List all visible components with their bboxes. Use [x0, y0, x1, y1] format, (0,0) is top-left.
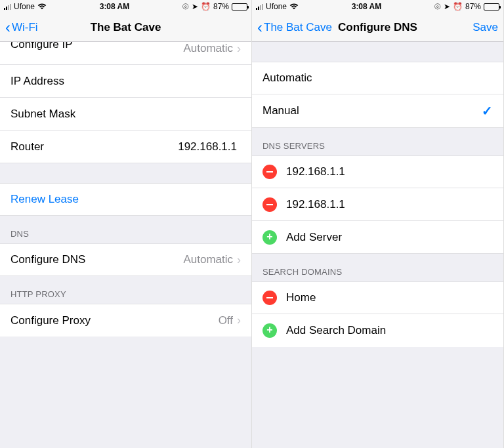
chevron-right-icon: ›: [237, 253, 241, 267]
dns-server-row[interactable]: 192.168.1.1: [252, 155, 503, 188]
carrier-label: Ufone: [14, 2, 35, 11]
alarm-icon: ⏰: [201, 2, 211, 11]
nav-bar: ‹ Wi-Fi The Bat Cave: [0, 13, 251, 42]
configure-ip-row[interactable]: Configure IP Automatic ›: [0, 42, 251, 65]
subnet-mask-row: Subnet Mask: [0, 98, 251, 131]
cell-label: Automatic: [262, 71, 493, 85]
renew-lease-button[interactable]: Renew Lease: [0, 183, 251, 216]
chevron-right-icon: ›: [237, 42, 241, 56]
chevron-left-icon: ‹: [257, 20, 262, 35]
proxy-section-header: HTTP PROXY: [0, 276, 251, 304]
configure-proxy-row[interactable]: Configure Proxy Off ›: [0, 304, 251, 336]
nav-title: Configure DNS: [338, 21, 417, 34]
dns-server-row[interactable]: 192.168.1.1: [252, 188, 503, 221]
cell-label: IP Address: [10, 75, 241, 88]
back-label: The Bat Cave: [264, 21, 332, 34]
cell-label: Configure Proxy: [10, 314, 219, 327]
cell-label: Subnet Mask: [10, 108, 241, 121]
back-label: Wi-Fi: [12, 21, 38, 34]
dns-server-value: 192.168.1.1: [286, 165, 493, 178]
cell-value: Off: [219, 314, 233, 327]
location-icon: ➤: [444, 2, 450, 11]
battery-percent-label: 87%: [213, 2, 229, 11]
search-domain-value: Home: [286, 291, 493, 304]
search-domain-row[interactable]: Home: [252, 281, 503, 314]
add-icon[interactable]: +: [262, 323, 277, 338]
lock-icon: ⦾: [182, 2, 189, 11]
cell-value: 192.168.1.1: [178, 140, 237, 153]
cell-label: Add Server: [286, 231, 493, 244]
nav-title: The Bat Cave: [91, 21, 161, 34]
battery-icon: [232, 3, 247, 10]
lock-icon: ⦾: [434, 2, 441, 11]
configure-dns-screen: Ufone 3:08 AM ⦾ ➤ ⏰ 87% ‹ The Bat Cave C…: [252, 0, 504, 448]
wifi-detail-screen: Ufone 3:08 AM ⦾ ➤ ⏰ 87% ‹ Wi-Fi The Bat …: [0, 0, 252, 448]
back-button[interactable]: ‹ The Bat Cave: [257, 20, 332, 35]
remove-icon[interactable]: [262, 165, 277, 179]
cell-label: Router: [10, 140, 178, 153]
add-icon[interactable]: +: [262, 230, 277, 245]
battery-icon: [484, 3, 499, 10]
status-bar: Ufone 3:08 AM ⦾ ➤ ⏰ 87%: [0, 0, 251, 13]
cell-label: Manual: [262, 104, 482, 117]
clock-label: 3:08 AM: [352, 2, 382, 11]
chevron-left-icon: ‹: [5, 20, 10, 35]
remove-icon[interactable]: [262, 197, 277, 212]
add-server-row[interactable]: + Add Server: [252, 221, 503, 254]
cell-label: Configure DNS: [10, 253, 183, 266]
configure-dns-row[interactable]: Configure DNS Automatic ›: [0, 243, 251, 276]
remove-icon[interactable]: [262, 291, 277, 305]
status-bar: Ufone 3:08 AM ⦾ ➤ ⏰ 87%: [252, 0, 503, 13]
cell-value: Automatic: [183, 253, 233, 266]
cellular-signal-icon: [4, 4, 11, 10]
save-button[interactable]: Save: [465, 21, 498, 34]
search-domains-header: SEARCH DOMAINS: [252, 254, 503, 281]
add-search-domain-row[interactable]: + Add Search Domain: [252, 314, 503, 347]
alarm-icon: ⏰: [453, 2, 463, 11]
back-button[interactable]: ‹ Wi-Fi: [5, 20, 38, 35]
router-row: Router 192.168.1.1: [0, 131, 251, 163]
dns-server-value: 192.168.1.1: [286, 198, 493, 211]
wifi-icon: [289, 3, 299, 10]
location-icon: ➤: [192, 2, 198, 11]
ip-address-row: IP Address: [0, 65, 251, 98]
checkmark-icon: ✓: [482, 103, 493, 119]
automatic-option-row[interactable]: Automatic: [252, 62, 503, 94]
cell-label: Add Search Domain: [286, 324, 493, 337]
battery-percent-label: 87%: [465, 2, 481, 11]
cell-label: Configure IP: [10, 42, 183, 51]
cellular-signal-icon: [256, 4, 263, 10]
settings-list: Configure IP Automatic › IP Address Subn…: [0, 42, 251, 448]
dns-section-header: DNS: [0, 216, 251, 243]
manual-option-row[interactable]: Manual ✓: [252, 94, 503, 128]
dns-servers-header: DNS SERVERS: [252, 128, 503, 155]
dns-config-list: Automatic Manual ✓ DNS SERVERS 192.168.1…: [252, 42, 503, 448]
cell-value: Automatic: [183, 42, 233, 55]
nav-bar: ‹ The Bat Cave Configure DNS Save: [252, 13, 503, 42]
carrier-label: Ufone: [266, 2, 287, 11]
chevron-right-icon: ›: [237, 314, 241, 327]
clock-label: 3:08 AM: [100, 2, 130, 11]
cell-label: Renew Lease: [10, 193, 241, 206]
wifi-icon: [37, 3, 47, 10]
